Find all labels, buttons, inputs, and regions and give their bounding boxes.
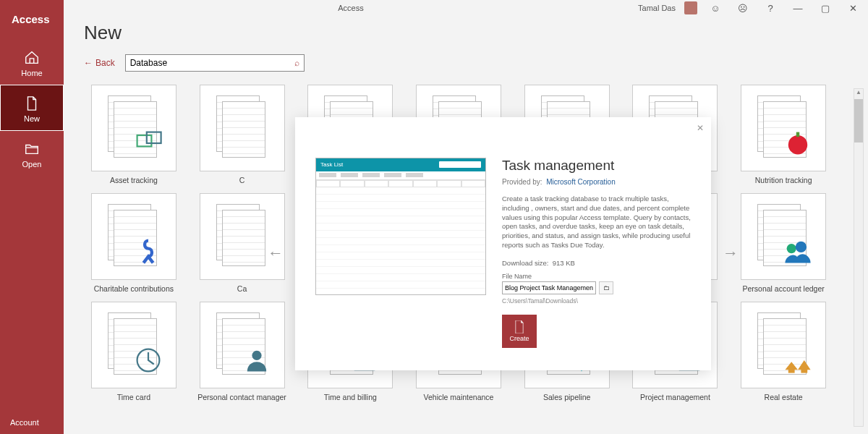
modal-overlay: ✕ ← → Task List Task management Provided… <box>64 0 868 434</box>
file-path: C:\Users\Tamal\Downloads\ <box>502 297 691 305</box>
main: Access Tamal Das ☺ ☹ ? — ▢ ✕ New ← Back … <box>64 0 868 434</box>
provided-by: Provided by: Microsoft Corporation <box>502 178 691 186</box>
sidebar-item-home[interactable]: Home <box>0 40 64 85</box>
sidebar-item-open[interactable]: Open <box>0 131 64 176</box>
prev-template-button[interactable]: ← <box>266 244 285 263</box>
create-file-icon <box>514 320 525 333</box>
provider-link[interactable]: Microsoft Corporation <box>546 178 616 186</box>
template-preview: Task List <box>315 158 486 295</box>
next-template-button[interactable]: → <box>721 244 740 263</box>
sidebar-item-new[interactable]: New <box>0 85 64 131</box>
sidebar-item-account[interactable]: Account <box>0 411 64 434</box>
filename-input[interactable] <box>502 281 596 294</box>
folder-open-icon <box>24 141 40 157</box>
new-file-icon <box>24 95 40 111</box>
create-button[interactable]: Create <box>502 315 537 348</box>
download-size: Download size: 913 KB <box>502 259 691 267</box>
folder-icon: 🗀 <box>603 284 610 292</box>
sidebar: Access Home New Open Account <box>0 0 64 434</box>
template-detail-modal: ✕ ← → Task List Task management Provided… <box>295 117 711 370</box>
app-brand: Access <box>0 0 64 40</box>
modal-title: Task management <box>502 158 691 174</box>
modal-close-button[interactable]: ✕ <box>697 123 704 133</box>
filename-label: File Name <box>502 273 691 280</box>
home-icon <box>24 50 40 66</box>
browse-folder-button[interactable]: 🗀 <box>599 281 613 294</box>
modal-description: Create a task tracking database to track… <box>502 195 691 250</box>
